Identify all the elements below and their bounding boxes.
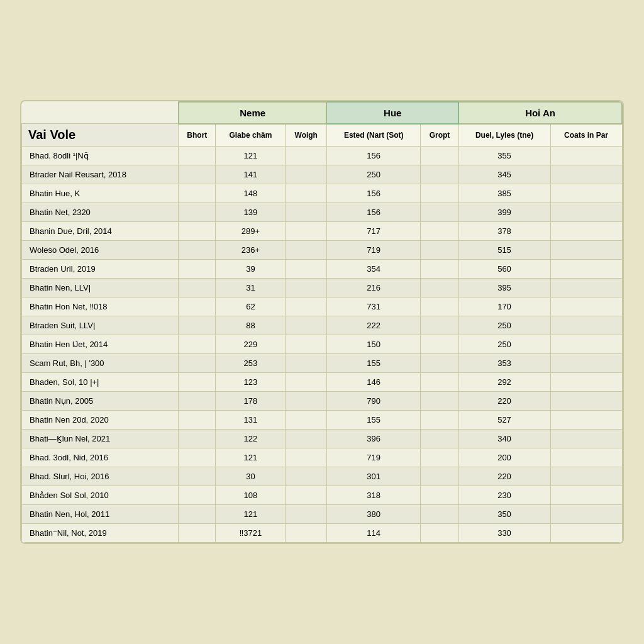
cell-duel: 350 [458, 505, 550, 524]
cell-ested: 114 [326, 524, 420, 543]
cell-duel: 515 [458, 241, 550, 260]
cell-name: Bhati—Ḵlun Nel, 2021 [22, 430, 179, 448]
cell-woigh [286, 467, 327, 486]
cell-gropt [421, 184, 458, 203]
cell-ested: 146 [326, 373, 420, 392]
cell-bhort [179, 411, 216, 430]
cell-ested: 155 [326, 411, 420, 430]
cell-bhort [179, 279, 216, 297]
cell-woigh [286, 524, 327, 543]
cell-name: Bhanin Due, Dril, 2014 [22, 222, 179, 241]
table-row: Bhatin Nen, Hol, 2011121380350 [22, 505, 623, 524]
data-table: Neme Hue Hoi An Vai Vole Bhort Glabe chä… [20, 100, 624, 545]
cell-ested: 156 [326, 184, 420, 203]
cell-glabe: 122 [216, 430, 286, 448]
cell-bhort [179, 505, 216, 524]
coats-header: Coats in Par [550, 124, 622, 147]
cell-glabe: ‼3721 [216, 524, 286, 543]
cell-duel: 353 [458, 354, 550, 373]
cell-coats [550, 448, 622, 467]
cell-gropt [421, 203, 458, 222]
cell-ested: 790 [326, 392, 420, 411]
cell-glabe: 121 [216, 505, 286, 524]
cell-gropt [421, 335, 458, 354]
cell-coats [550, 260, 622, 279]
cell-name: Scam Rut, Bh, | '300 [22, 354, 179, 373]
cell-duel: 250 [458, 316, 550, 335]
cell-woigh [286, 147, 327, 165]
cell-bhort [179, 241, 216, 260]
cell-duel: 355 [458, 147, 550, 165]
cell-gropt [421, 354, 458, 373]
cell-coats [550, 430, 622, 448]
table-row: Scam Rut, Bh, | '300253155353 [22, 354, 623, 373]
cell-coats [550, 222, 622, 241]
cell-glabe: 121 [216, 147, 286, 165]
cell-coats [550, 335, 622, 354]
cell-coats [550, 373, 622, 392]
cell-glabe: 121 [216, 448, 286, 467]
cell-woigh [286, 411, 327, 430]
cell-ested: 717 [326, 222, 420, 241]
cell-bhort [179, 448, 216, 467]
table-row: Bhatin⁻Nil, Not, 2019‼3721114330 [22, 524, 623, 543]
cell-gropt [421, 297, 458, 316]
cell-gropt [421, 241, 458, 260]
cell-glabe: 123 [216, 373, 286, 392]
table-row: Bhanin Due, Dril, 2014289+717378 [22, 222, 623, 241]
cell-woigh [286, 241, 327, 260]
cell-coats [550, 147, 622, 165]
cell-glabe: 236+ [216, 241, 286, 260]
cell-woigh [286, 165, 327, 184]
cell-name: Btraden Uril, 2019 [22, 260, 179, 279]
cell-gropt [421, 260, 458, 279]
cell-name: Bhatin⁻Nil, Not, 2019 [22, 524, 179, 543]
cell-coats [550, 184, 622, 203]
cell-woigh [286, 373, 327, 392]
cell-ested: 222 [326, 316, 420, 335]
cell-woigh [286, 260, 327, 279]
cell-bhort [179, 165, 216, 184]
gropt-header: Gropt [421, 124, 458, 147]
cell-bhort [179, 354, 216, 373]
cell-glabe: 62 [216, 297, 286, 316]
cell-coats [550, 467, 622, 486]
cell-duel: 378 [458, 222, 550, 241]
neme-group-header: Neme [179, 102, 327, 124]
cell-bhort [179, 260, 216, 279]
cell-name: Bhad. Slurl, Hoi, 2016 [22, 467, 179, 486]
table-row: Bhatin Net, 2320139156399 [22, 203, 623, 222]
vai-vole-empty-header [22, 102, 179, 124]
cell-glabe: 108 [216, 486, 286, 505]
table-row: Bhati—Ḵlun Nel, 2021122396340 [22, 430, 623, 448]
glabe-header: Glabe chäm [216, 124, 286, 147]
table-row: Bhatin Hen lJet, 2014229150250 [22, 335, 623, 354]
cell-name: Bhatin Hon Net, ‼018 [22, 297, 179, 316]
cell-bhort [179, 316, 216, 335]
table-row: Bhatin Nụn, 2005178790220 [22, 392, 623, 411]
cell-coats [550, 165, 622, 184]
cell-name: Bhad. 3odl, Nid, 2016 [22, 448, 179, 467]
cell-woigh [286, 222, 327, 241]
cell-ested: 719 [326, 448, 420, 467]
cell-gropt [421, 411, 458, 430]
cell-bhort [179, 184, 216, 203]
cell-gropt [421, 373, 458, 392]
table-row: Bhatin Nen 20d, 2020131155527 [22, 411, 623, 430]
cell-coats [550, 524, 622, 543]
cell-woigh [286, 430, 327, 448]
cell-glabe: 88 [216, 316, 286, 335]
cell-woigh [286, 448, 327, 467]
cell-coats [550, 505, 622, 524]
cell-coats [550, 316, 622, 335]
cell-name: Bhaden, Sol, 10 |+| [22, 373, 179, 392]
cell-woigh [286, 486, 327, 505]
cell-bhort [179, 524, 216, 543]
cell-bhort [179, 222, 216, 241]
cell-duel: 220 [458, 392, 550, 411]
cell-coats [550, 203, 622, 222]
cell-duel: 292 [458, 373, 550, 392]
cell-ested: 216 [326, 279, 420, 297]
cell-bhort [179, 486, 216, 505]
cell-coats [550, 411, 622, 430]
